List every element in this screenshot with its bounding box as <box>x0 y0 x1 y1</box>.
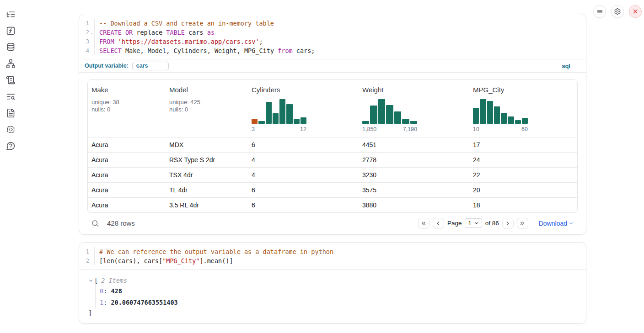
table-cell: TL 4dr <box>166 183 248 197</box>
tree-open-bracket: [ <box>94 277 98 284</box>
histogram-bar <box>279 99 285 124</box>
code-text: [len(cars), cars["MPG_City"].mean()] <box>95 256 233 265</box>
output-variable-input[interactable] <box>132 62 169 70</box>
column-name: Make <box>91 86 162 94</box>
output-tree: [ 2 Items 0: 4281: 20.060747663551403 ] <box>79 269 586 323</box>
functions-icon[interactable] <box>6 26 16 36</box>
close-button[interactable] <box>629 5 642 18</box>
histogram-bar <box>402 119 409 124</box>
histogram-bar <box>294 119 300 124</box>
code-text: CREATE OR replace TABLE cars as <box>95 28 215 37</box>
tree-root: [ 2 Items <box>88 277 586 284</box>
topbar <box>593 5 642 18</box>
sql-code-editor[interactable]: 1-- Download a CSV and create an in-memo… <box>79 14 586 59</box>
table-cell: 3.5 RL 4dr <box>166 198 248 212</box>
histogram-bar <box>522 118 528 124</box>
language-badge: sql <box>562 63 570 69</box>
table-cell: 22 <box>469 168 577 182</box>
scratchpad-icon[interactable] <box>6 75 16 85</box>
column-histogram: 1060 <box>473 99 528 133</box>
file-explorer-icon[interactable] <box>6 10 16 19</box>
data-table: Makeunique: 38nulls: 0Modelunique: 425nu… <box>87 79 578 213</box>
table-cell: 3230 <box>359 168 469 182</box>
menu-button[interactable] <box>593 5 606 18</box>
column-header-cylinders[interactable]: Cylinders312 <box>248 80 359 137</box>
line-number: 2 <box>86 256 89 265</box>
histogram-bar <box>252 119 258 124</box>
histogram-max-label: 60 <box>521 126 528 133</box>
first-page-button[interactable] <box>418 218 429 228</box>
histogram-bar <box>487 101 493 124</box>
table-cell: 6 <box>248 198 359 212</box>
histogram-max-label: 12 <box>300 126 306 133</box>
sql-cell: 1-- Download a CSV and create an in-memo… <box>79 14 586 235</box>
table-cell: 6 <box>248 137 359 152</box>
table-cell: 18 <box>469 198 577 212</box>
line-number: 1 <box>86 247 89 256</box>
histogram-bar <box>286 104 292 124</box>
histogram-bar <box>273 113 279 124</box>
table-row: AcuraTL 4dr6357520 <box>88 182 577 197</box>
code-text: FROM 'https://datasets.marimo.app/cars.c… <box>95 37 263 46</box>
dependency-graph-icon[interactable] <box>6 59 16 69</box>
code-line: 1-- Download a CSV and create an in-memo… <box>79 19 586 28</box>
tree-entry: 1: 20.060747663551403 <box>100 299 586 306</box>
column-header-weight[interactable]: Weight1,8507,190 <box>359 80 469 137</box>
column-name: MPG_City <box>473 86 574 94</box>
histogram-min-label: 1,850 <box>362 126 376 133</box>
python-cell: 1# We can reference the output variable … <box>79 242 586 324</box>
fold-toggle-icon[interactable]: ⌄ <box>89 28 94 37</box>
table-header-row: Makeunique: 38nulls: 0Modelunique: 425nu… <box>88 80 577 137</box>
line-number: 4 <box>86 46 89 55</box>
column-histogram: 1,8507,190 <box>362 99 417 133</box>
histogram-max-label: 7,190 <box>403 126 417 133</box>
documentation-icon[interactable] <box>6 108 16 118</box>
line-number: 3 <box>86 37 89 46</box>
data-sources-icon[interactable] <box>6 42 16 52</box>
next-page-button[interactable] <box>502 218 514 228</box>
table-cell: 4 <box>248 168 359 182</box>
table-cell: 4 <box>248 153 359 167</box>
table-cell: 17 <box>469 137 577 152</box>
help-icon[interactable] <box>6 141 16 151</box>
tree-children: 0: 4281: 20.060747663551403 <box>95 284 586 308</box>
search-icon[interactable] <box>91 219 99 227</box>
snippets-icon[interactable] <box>6 125 16 134</box>
table-cell: Acura <box>88 198 166 212</box>
table-cell: TSX 4dr <box>166 168 248 182</box>
table-row: AcuraRSX Type S 2dr4277824 <box>88 152 577 167</box>
code-text: SELECT Make, Model, Cylinders, Weight, M… <box>95 46 315 55</box>
column-name: Model <box>169 86 244 94</box>
download-button[interactable]: Download <box>539 220 574 227</box>
page-label: Page <box>447 220 462 227</box>
column-header-mpg_city[interactable]: MPG_City1060 <box>469 80 577 137</box>
table-body: AcuraMDX6445117AcuraRSX Type S 2dr427782… <box>88 137 577 212</box>
tree-item-count: 2 Items <box>101 277 127 284</box>
table-cell: 2778 <box>359 153 469 167</box>
table-cell: 3880 <box>359 198 469 212</box>
code-line: 1# We can reference the output variable … <box>79 247 586 256</box>
python-code-editor[interactable]: 1# We can reference the output variable … <box>79 243 586 269</box>
page-select[interactable]: 1 <box>465 218 482 228</box>
last-page-button[interactable] <box>517 218 528 228</box>
column-name: Weight <box>362 86 466 94</box>
column-header-make[interactable]: Makeunique: 38nulls: 0 <box>88 80 166 137</box>
table-footer: 428 rows Page 1 of 86 Download <box>79 213 586 234</box>
histogram-bar <box>410 121 417 124</box>
histogram-bar <box>494 106 500 124</box>
histogram-bar <box>386 105 393 124</box>
settings-button[interactable] <box>611 5 624 18</box>
table-cell: Acura <box>88 168 166 182</box>
column-header-model[interactable]: Modelunique: 425nulls: 0 <box>166 80 248 137</box>
prev-page-button[interactable] <box>433 218 444 228</box>
histogram-bar <box>266 102 272 124</box>
table-cell: Acura <box>88 153 166 167</box>
histogram-bar <box>301 117 306 124</box>
code-line: 3FROM 'https://datasets.marimo.app/cars.… <box>79 37 586 46</box>
histogram-bar <box>473 108 479 124</box>
output-variable-bar: Output variable: sql <box>79 59 586 73</box>
tree-collapse-icon[interactable] <box>88 278 93 283</box>
code-line: 4SELECT Make, Model, Cylinders, Weight, … <box>79 46 586 55</box>
logs-icon[interactable] <box>6 92 16 101</box>
column-stats: unique: 425nulls: 0 <box>169 99 244 113</box>
